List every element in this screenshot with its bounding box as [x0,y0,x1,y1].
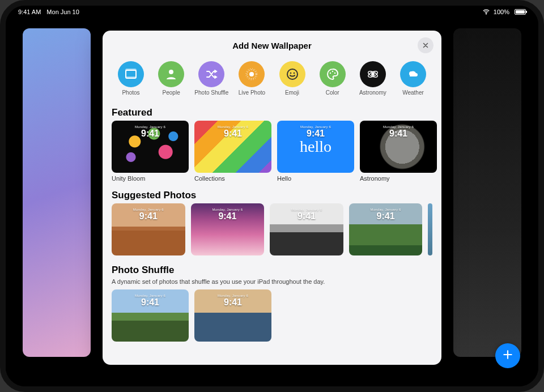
svg-point-3 [169,70,173,74]
wallpaper-thumb[interactable]: Monday, January 6 9:41 [191,203,265,255]
category-astro[interactable]: Astronomy [354,61,392,96]
category-row: PhotosPeoplePhoto ShuffleLive PhotoEmoji… [112,60,432,104]
category-label: Color [326,90,339,96]
svg-point-9 [293,73,295,74]
close-button[interactable] [418,37,434,53]
featured-item[interactable]: Monday, January 6 9:41 Astronomy [360,121,437,182]
add-wallpaper-button[interactable] [495,343,520,368]
battery-icon [513,9,526,15]
lock-overlay: Monday, January 6 9:41 [191,208,265,221]
person-icon [158,61,184,87]
category-label: Photos [122,90,139,96]
featured-item[interactable]: Monday, January 6 9:41 hello Hello [277,121,354,182]
thumb-label: Collections [194,175,271,182]
status-time: 9:41 AM [18,8,41,15]
section-title-shuffle: Photo Shuffle [112,265,432,276]
sheet-body: PhotosPeoplePhoto ShuffleLive PhotoEmoji… [103,60,441,365]
thumb-label: Hello [277,175,354,182]
wallpaper-thumb[interactable]: Monday, January 6 9:41 [112,203,185,255]
svg-point-13 [371,73,375,76]
svg-point-12 [334,73,335,74]
status-date: Mon Jun 10 [46,8,79,15]
close-icon [422,41,429,50]
wallpaper-preview-card[interactable] [23,28,91,357]
svg-point-7 [287,69,298,79]
wallpaper-thumb[interactable]: Monday, January 6 9:41 [360,121,437,173]
wallpaper-thumb[interactable]: Monday, January 6 9:41 [270,203,343,255]
add-wallpaper-sheet: Add New Wallpaper PhotosPeoplePhoto Shuf… [103,31,441,365]
lock-overlay: Monday, January 6 9:41 [270,208,343,221]
category-label: Weather [402,90,424,96]
ipad-frame: 9:41 AM Mon Jun 10 100% [0,0,544,392]
category-label: Photo Shuffle [194,90,228,96]
category-emoji[interactable]: Emoji [273,61,312,96]
svg-point-10 [330,73,331,74]
plus-icon [502,349,513,363]
lock-overlay: Monday, January 6 9:41 [112,125,189,139]
palette-icon [320,61,346,87]
thumb-label: Astronomy [360,175,437,182]
featured-row[interactable]: Monday, January 6 9:41 Unity Bloom Monda… [112,121,432,182]
svg-point-0 [486,14,486,14]
category-label: Live Photo [239,90,265,96]
category-live[interactable]: Live Photo [232,61,271,96]
category-people[interactable]: People [152,61,190,96]
status-bar: 9:41 AM Mon Jun 10 100% [6,6,538,18]
wallpaper-thumb[interactable]: Monday, January 6 9:41 [194,289,271,342]
lock-overlay: Monday, January 6 9:41 [112,294,189,308]
wifi-icon [482,8,490,16]
shuffle-icon [198,61,224,87]
wallpaper-preview-card[interactable] [453,28,521,357]
section-title-suggested: Suggested Photos [112,190,432,201]
section-title-featured: Featured [112,107,432,118]
astronomy-icon [360,61,386,87]
section-subtitle-shuffle: A dynamic set of photos that shuffle as … [112,278,432,285]
category-label: People [163,90,180,96]
category-label: Astronomy [359,90,386,96]
live-photo-icon [239,61,265,87]
sheet-title: Add New Wallpaper [232,41,311,50]
lock-overlay: Monday, January 6 9:41 [194,294,271,308]
sheet-header: Add New Wallpaper [103,31,441,60]
shuffle-row[interactable]: Monday, January 6 9:41 Monday, January 6… [112,289,432,342]
wallpaper-thumb[interactable]: Monday, January 6 9:41 [112,121,189,173]
weather-icon [400,61,426,87]
hello-text: hello [277,121,354,173]
emoji-icon [279,61,305,87]
category-label: Emoji [285,90,299,96]
category-weather[interactable]: Weather [394,61,432,96]
wallpaper-thumb[interactable]: Monday, January 6 9:41 hello [277,121,354,173]
wallpaper-thumb-peek[interactable] [428,203,432,255]
category-color[interactable]: Color [313,61,352,96]
wallpaper-thumb[interactable]: Monday, January 6 9:41 [349,203,423,255]
lock-overlay: Monday, January 6 9:41 [194,125,271,139]
lock-overlay: Monday, January 6 9:41 [360,125,437,139]
wallpaper-thumb[interactable]: Monday, January 6 9:41 [194,121,271,173]
featured-item[interactable]: Monday, January 6 9:41 Collections [194,121,271,182]
photos-icon [118,61,144,87]
battery-percent: 100% [494,8,509,15]
category-photos[interactable]: Photos [112,61,150,96]
svg-point-11 [332,71,333,72]
lock-overlay: Monday, January 6 9:41 [112,208,185,221]
screen: 9:41 AM Mon Jun 10 100% [6,6,538,386]
lock-overlay: Monday, January 6 9:41 [349,208,423,221]
featured-item[interactable]: Monday, January 6 9:41 Unity Bloom [112,121,189,182]
svg-point-8 [290,73,291,74]
suggested-row[interactable]: Monday, January 6 9:41 Monday, January 6… [112,203,432,255]
thumb-label: Unity Bloom [112,175,189,182]
svg-point-4 [249,72,254,76]
category-shuffle[interactable]: Photo Shuffle [192,61,231,96]
wallpaper-thumb[interactable]: Monday, January 6 9:41 [112,289,189,342]
